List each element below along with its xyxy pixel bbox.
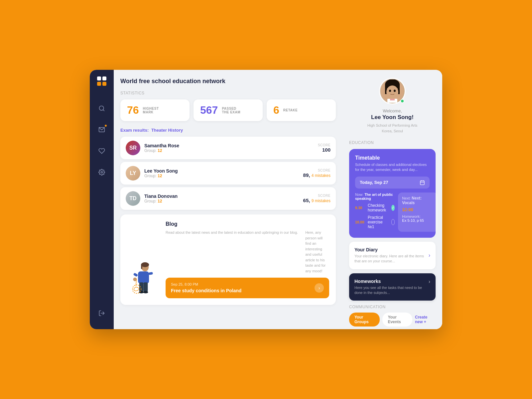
- svg-point-15: [143, 291, 148, 293]
- svg-point-22: [386, 85, 398, 99]
- homework-card[interactable]: Homeworks Here you see all the tasks tha…: [349, 273, 436, 301]
- stat-retake-number: 6: [273, 104, 279, 116]
- exam-item-3: TD Tiana Donovan Group: 12 SCORE 65, 9 m…: [120, 187, 336, 210]
- exam-info-2: Lee Yoon Song Group: 12: [144, 168, 299, 178]
- sidebar-nav: [96, 102, 108, 307]
- tab-your-events[interactable]: Your Events: [382, 313, 412, 327]
- sidebar-logo: [97, 76, 106, 86]
- exam-subject: Theater History: [151, 128, 183, 133]
- homework-arrow-icon[interactable]: ›: [429, 279, 430, 285]
- blog-promo-content: Sep 25, 8:00 PM Free study conditions in…: [171, 282, 241, 294]
- exam-name-2: Lee Yoon Song: [144, 168, 299, 174]
- stat-passed-labels: PASSED THE EXAM: [222, 107, 240, 114]
- stats-row: 76 HIGHEST MARK 567 PASSED THE EXAM 6: [120, 99, 336, 121]
- svg-rect-13: [144, 283, 148, 292]
- favorites-nav-icon[interactable]: [96, 145, 108, 157]
- blog-texts: Read about the latest news and the lates…: [166, 230, 329, 274]
- schedule-check-2: [391, 219, 395, 225]
- profile-name: Lee Yoon Song!: [349, 114, 436, 121]
- stat-passed-top: PASSED: [222, 107, 240, 110]
- blog-promo-arrow-icon: ›: [315, 283, 324, 293]
- exam-group-3: Group: 12: [144, 199, 299, 203]
- homework-ref-value: Ex 5-10, p 65: [402, 218, 434, 222]
- stat-highest-number: 76: [127, 104, 139, 116]
- now-label: Now: The art of public speaking: [355, 193, 395, 200]
- schedule-item-2: 10.00 Practical exercise №1: [355, 215, 395, 229]
- homework-title: Homeworks: [354, 279, 429, 284]
- search-nav-icon[interactable]: [96, 102, 108, 114]
- profile-school: High School of Performing Arts Korea, Se…: [349, 123, 436, 134]
- exam-info-3: Tiana Donovan Group: 12: [144, 194, 299, 203]
- main-content: World free school education network Stat…: [114, 70, 442, 329]
- profile-section: Welcome, Lee Yoon Song! High School of P…: [349, 78, 436, 134]
- settings-nav-icon[interactable]: [96, 166, 108, 178]
- sidebar: [90, 70, 114, 329]
- svg-point-23: [389, 90, 391, 92]
- homework-ref-label: Homework:: [402, 214, 434, 218]
- mail-badge: [104, 124, 107, 127]
- diary-arrow-icon[interactable]: ›: [429, 252, 430, 258]
- schedule-subject-2: Practical exercise №1: [368, 215, 389, 229]
- timetable-next: Next: Next: Vocals 12:00 Homework: Ex 5-…: [398, 193, 438, 232]
- left-panel: World free school education network Stat…: [114, 70, 342, 329]
- diary-title: Your Diary: [354, 247, 429, 252]
- stat-highest-bottom: MARK: [143, 110, 159, 114]
- schedule-time-1: 9.30: [355, 206, 365, 210]
- stat-passed-bottom: THE EXAM: [222, 110, 240, 114]
- exam-name-3: Tiana Donovan: [144, 194, 299, 199]
- exam-score-2: SCORE 89, 4 mistakes: [303, 169, 331, 178]
- score-label-3: SCORE: [303, 194, 331, 198]
- logout-nav-icon[interactable]: [96, 307, 108, 319]
- statistics-label: Statistics: [120, 91, 336, 95]
- exam-score-3: SCORE 65, 9 mistakes: [303, 194, 331, 203]
- svg-point-3: [101, 172, 103, 173]
- exam-item-2: LY Lee Yoon Song Group: 12 SCORE 89, 4 m…: [120, 162, 336, 185]
- svg-rect-10: [148, 272, 153, 275]
- diary-card[interactable]: Your Diary Your electronic diary. Here a…: [349, 242, 436, 269]
- exam-group-1: Group: 12: [144, 148, 314, 153]
- homework-desc: Here you see all the tasks that need to …: [354, 285, 429, 296]
- timetable-date-row: Today, Sep 27: [355, 177, 430, 189]
- svg-rect-8: [138, 272, 149, 284]
- exam-group-2: Group: 12: [144, 174, 299, 178]
- avatar-placeholder-2: LY: [126, 166, 140, 181]
- stat-passed: 567 PASSED THE EXAM: [194, 99, 263, 121]
- stat-highest-labels: HIGHEST MARK: [143, 107, 159, 114]
- score-value-2: 89, 4 mistakes: [303, 172, 331, 178]
- exam-list: SR Samantha Rose Group: 12 SCORE 100 LY: [120, 137, 336, 210]
- blog-promo[interactable]: Sep 25, 8:00 PM Free study conditions in…: [166, 278, 329, 298]
- stat-retake: 6 RETAKE: [267, 99, 336, 121]
- mail-nav-icon[interactable]: [96, 124, 108, 136]
- next-time: 12:00: [402, 206, 434, 212]
- svg-rect-27: [420, 181, 424, 185]
- timetable-date: Today, Sep 27: [360, 180, 388, 185]
- app-container: World free school education network Stat…: [90, 70, 442, 329]
- svg-rect-12: [139, 283, 144, 292]
- schedule-time-2: 10.00: [355, 220, 365, 224]
- score-value-3: 65, 9 mistakes: [303, 198, 331, 203]
- schedule-subject-1: Checking homework: [368, 203, 389, 212]
- homework-content: Homeworks Here you see all the tasks tha…: [354, 279, 429, 296]
- schedule-check-1: ✓: [391, 205, 395, 211]
- stat-highest: 76 HIGHEST MARK: [120, 99, 190, 121]
- logo-dot-1: [97, 76, 101, 80]
- svg-rect-9: [133, 273, 138, 277]
- svg-rect-7: [141, 264, 142, 269]
- profile-location: Korea, Seoul: [382, 129, 403, 133]
- diary-desc: Your electronic diary. Here are all the …: [354, 254, 429, 264]
- timetable-desc: Schedule of classes and additional elect…: [355, 162, 430, 173]
- create-new-button[interactable]: Create new +: [415, 315, 436, 324]
- blog-promo-date: Sep 25, 8:00 PM: [171, 282, 241, 286]
- exam-header: Exam results: Theater History: [120, 128, 336, 133]
- avatar-placeholder-1: SR: [126, 141, 140, 155]
- exam-avatar-3: TD: [126, 191, 140, 206]
- exam-results-label: Exam results:: [120, 128, 149, 133]
- tab-your-groups[interactable]: Your Groups: [349, 313, 380, 327]
- exam-name-1: Samantha Rose: [144, 143, 314, 148]
- blog-promo-title: Free study conditions in Poland: [171, 288, 241, 294]
- profile-avatar-wrap: [379, 78, 406, 104]
- communication-label: Communication: [349, 305, 436, 309]
- svg-point-14: [139, 291, 144, 293]
- blog-illustration: [127, 221, 160, 298]
- comm-tabs: Your Groups Your Events Create new +: [349, 313, 436, 327]
